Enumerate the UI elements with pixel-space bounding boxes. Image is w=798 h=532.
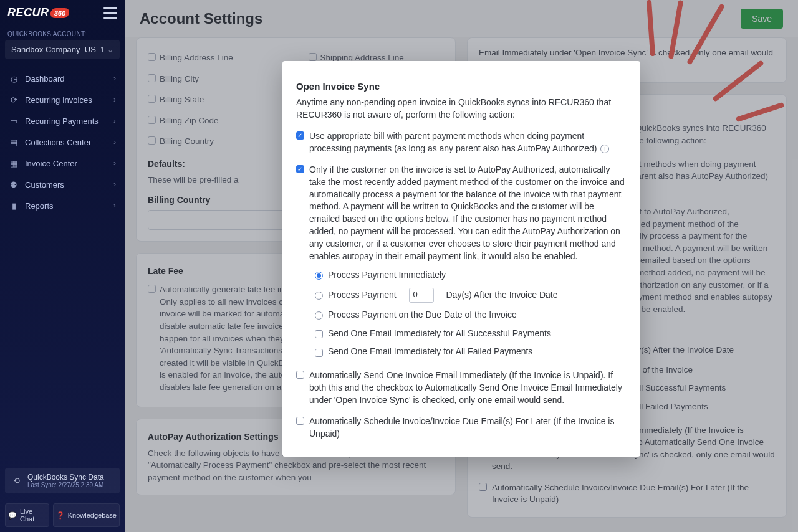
modal-subc2-label: Send One Email Immediately for All Faile… bbox=[328, 346, 532, 358]
chevron-down-icon: ⌄ bbox=[107, 45, 113, 54]
modal-intro: Anytime any non-pending open invoice in … bbox=[296, 97, 627, 121]
qb-account-label: QUICKBOOKS ACCOUNT: bbox=[0, 26, 125, 40]
modal-check-auto-invoice-email[interactable]: Automatically Send One Invoice Email Imm… bbox=[296, 369, 627, 407]
nav-label: Collections Center bbox=[25, 138, 91, 147]
modal-radio3-label: Process Payment on the Due Date of the I… bbox=[328, 309, 517, 321]
modal-check-autopay[interactable]: Only if the customer on the invoice is s… bbox=[296, 164, 627, 263]
nav: ◷Dashboard › ⟳Recurring Invoices › ▭Recu… bbox=[0, 64, 125, 463]
sidebar-item-invoice-center[interactable]: ▦Invoice Center › bbox=[0, 153, 125, 174]
chevron-right-icon: › bbox=[113, 74, 116, 83]
chevron-right-icon: › bbox=[113, 116, 116, 125]
checkbox-icon bbox=[315, 349, 323, 357]
sidebar-item-recurring-invoices[interactable]: ⟳Recurring Invoices › bbox=[0, 89, 125, 110]
nav-label: Invoice Center bbox=[25, 159, 77, 168]
knowledgebase-label: Knowledgebase bbox=[68, 511, 117, 519]
collections-icon: ▤ bbox=[9, 137, 19, 147]
chevron-right-icon: › bbox=[113, 201, 116, 210]
people-icon: ⚉ bbox=[9, 179, 19, 189]
modal-radio-days-after[interactable]: Process Payment 0 Day(s) After the Invoi… bbox=[315, 288, 627, 303]
live-chat-label: Live Chat bbox=[20, 508, 46, 523]
logo-text: RECUR bbox=[7, 6, 49, 19]
modal-check-parent-payment[interactable]: Use appropriate bill with parent payment… bbox=[296, 130, 627, 155]
sidebar-item-collections-center[interactable]: ▤Collections Center › bbox=[0, 131, 125, 153]
modal-radio2-prefix: Process Payment bbox=[328, 289, 397, 302]
main: Account Settings Save Billing Address Li… bbox=[125, 0, 798, 532]
quickbooks-sync-button[interactable]: ⟲ QuickBooks Sync Data Last Sync: 2/27/2… bbox=[5, 468, 120, 493]
open-invoice-sync-modal: Open Invoice Sync Anytime any non-pendin… bbox=[282, 61, 640, 457]
checkbox-icon bbox=[296, 165, 304, 173]
modal-check2-label: Only if the customer on the invoice is s… bbox=[309, 164, 627, 263]
invoice-icon: ▦ bbox=[9, 158, 19, 168]
modal-check-email-success[interactable]: Send One Email Immediately for All Succe… bbox=[315, 328, 627, 340]
modal-radio-immediately[interactable]: Process Payment Immediately bbox=[315, 269, 627, 282]
sync-icon: ⟲ bbox=[11, 476, 21, 486]
logo: RECUR 360 bbox=[7, 6, 69, 19]
checkbox-icon bbox=[296, 417, 304, 425]
nav-label: Recurring Payments bbox=[25, 116, 99, 126]
sidebar-item-reports[interactable]: ▮Reports › bbox=[0, 195, 125, 216]
refresh-icon: ⟳ bbox=[9, 95, 19, 105]
knowledgebase-button[interactable]: ❓Knowledgebase bbox=[53, 503, 120, 527]
info-icon[interactable]: i bbox=[600, 145, 609, 153]
radio-icon bbox=[315, 272, 323, 280]
live-chat-button[interactable]: 💬Live Chat bbox=[5, 503, 49, 527]
logo-badge: 360 bbox=[49, 8, 70, 18]
menu-toggle-icon[interactable] bbox=[103, 7, 117, 19]
sidebar: RECUR 360 QUICKBOOKS ACCOUNT: Sandbox Co… bbox=[0, 0, 125, 532]
modal-check-schedule-emails[interactable]: Automatically Schedule Invoice/Invoice D… bbox=[296, 416, 627, 440]
checkbox-icon bbox=[315, 330, 323, 338]
qb-account-value: Sandbox Company_US_1 bbox=[11, 45, 105, 54]
chevron-right-icon: › bbox=[113, 159, 116, 168]
sidebar-item-customers[interactable]: ⚉Customers › bbox=[0, 174, 125, 195]
bars-icon: ▮ bbox=[9, 201, 19, 211]
modal-c4-label: Automatically Schedule Invoice/Invoice D… bbox=[309, 416, 627, 440]
modal-check-email-failed[interactable]: Send One Email Immediately for All Faile… bbox=[315, 346, 627, 358]
sync-title: QuickBooks Sync Data bbox=[27, 473, 104, 482]
nav-label: Reports bbox=[25, 201, 54, 211]
modal-radio1-label: Process Payment Immediately bbox=[328, 269, 446, 282]
nav-label: Recurring Invoices bbox=[25, 95, 92, 105]
sync-subtitle: Last Sync: 2/27/25 2:39 AM bbox=[27, 482, 104, 488]
chevron-right-icon: › bbox=[113, 95, 116, 104]
nav-label: Customers bbox=[25, 180, 64, 189]
chevron-right-icon: › bbox=[113, 138, 116, 146]
checkbox-icon bbox=[296, 371, 304, 379]
nav-label: Dashboard bbox=[25, 74, 65, 83]
book-icon: ❓ bbox=[56, 511, 65, 520]
radio-icon bbox=[315, 292, 323, 300]
modal-c3-label: Automatically Send One Invoice Email Imm… bbox=[309, 369, 627, 407]
qb-account-select[interactable]: Sandbox Company_US_1 ⌄ bbox=[5, 40, 120, 59]
days-spinner[interactable]: 0 bbox=[409, 288, 434, 303]
modal-check1-label: Use appropriate bill with parent payment… bbox=[309, 131, 597, 153]
chevron-right-icon: › bbox=[113, 180, 116, 189]
radio-icon bbox=[315, 311, 323, 320]
chat-icon: 💬 bbox=[8, 511, 17, 520]
card-icon: ▭ bbox=[9, 116, 19, 126]
sidebar-item-dashboard[interactable]: ◷Dashboard › bbox=[0, 68, 125, 89]
dashboard-icon: ◷ bbox=[9, 74, 19, 83]
checkbox-icon bbox=[296, 131, 304, 140]
sidebar-item-recurring-payments[interactable]: ▭Recurring Payments › bbox=[0, 110, 125, 131]
modal-radio2-suffix: Day(s) After the Invoice Date bbox=[446, 289, 558, 302]
modal-subc1-label: Send One Email Immediately for All Succe… bbox=[328, 328, 551, 340]
modal-radio-due-date[interactable]: Process Payment on the Due Date of the I… bbox=[315, 309, 627, 321]
modal-title: Open Invoice Sync bbox=[296, 80, 627, 93]
